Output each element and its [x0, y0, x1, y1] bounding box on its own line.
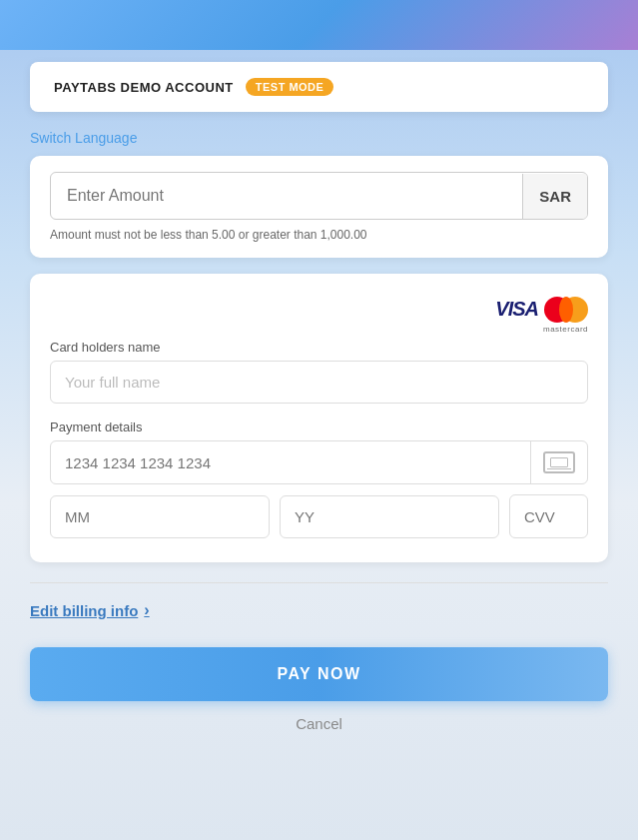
switch-language-link[interactable]: Switch Language	[30, 130, 137, 146]
cancel-link[interactable]: Cancel	[296, 715, 342, 732]
edit-billing-link[interactable]: Edit billing info ›	[30, 601, 150, 619]
month-input[interactable]	[50, 495, 270, 538]
card-holders-input[interactable]	[50, 361, 588, 404]
amount-hint: Amount must not be less than 5.00 or gre…	[50, 228, 588, 242]
payment-details-label: Payment details	[50, 420, 588, 434]
card-number-input[interactable]	[51, 442, 530, 483]
card-brands: VISA mastercard	[50, 294, 588, 324]
card-chip-icon	[543, 451, 575, 473]
expiry-cvv-row: ?	[50, 494, 588, 538]
main-container: PAYTABS DEMO ACCOUNT TEST MODE Switch La…	[0, 50, 638, 752]
test-mode-badge: TEST MODE	[246, 78, 334, 96]
amount-card: SAR Amount must not be less than 5.00 or…	[30, 156, 608, 258]
cvv-input[interactable]	[510, 496, 588, 537]
card-number-row	[50, 440, 588, 484]
header-bar	[0, 0, 638, 50]
currency-label: SAR	[522, 174, 587, 219]
payment-card: VISA mastercard Card holders name Paymen…	[30, 274, 608, 562]
card-holders-label: Card holders name	[50, 340, 588, 355]
cvv-row: ?	[509, 494, 588, 538]
demo-account-card: PAYTABS DEMO ACCOUNT TEST MODE	[30, 62, 608, 112]
demo-title: PAYTABS DEMO ACCOUNT	[54, 80, 234, 95]
year-input[interactable]	[280, 495, 499, 538]
edit-billing-label: Edit billing info	[30, 602, 138, 619]
edit-billing-section: Edit billing info ›	[30, 582, 608, 627]
mastercard-logo: mastercard	[544, 296, 588, 324]
visa-logo: VISA	[495, 298, 538, 321]
chevron-right-icon: ›	[144, 601, 149, 619]
amount-input[interactable]	[51, 173, 522, 219]
mastercard-label: mastercard	[543, 325, 588, 334]
card-icon	[530, 441, 587, 483]
amount-input-row: SAR	[50, 172, 588, 220]
mc-overlap	[559, 297, 573, 323]
pay-now-button[interactable]: PAY NOW	[30, 647, 608, 701]
